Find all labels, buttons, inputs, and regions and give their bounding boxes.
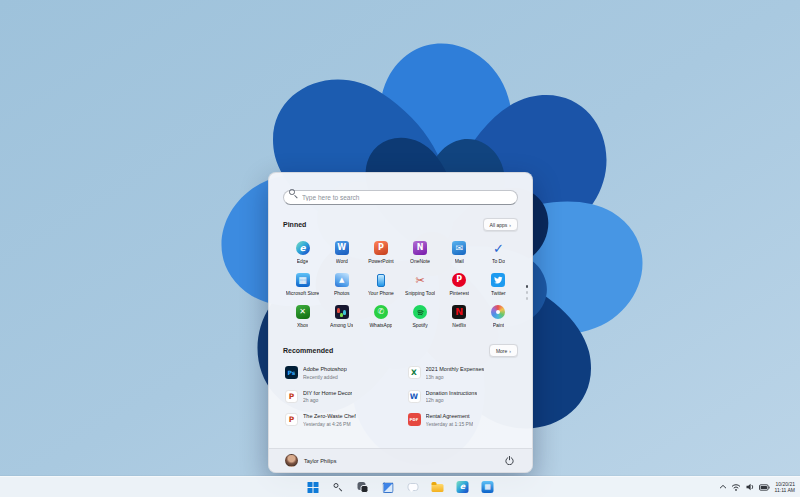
start-menu-footer: Taylor Philips	[269, 448, 532, 472]
pinned-app-to-do[interactable]: ✓To Do	[479, 238, 518, 265]
file-explorer-icon	[432, 482, 444, 493]
pinned-app-label: OneNote	[410, 258, 430, 264]
taskbar: e▦ 10/20/21 11:11 AM	[0, 476, 800, 497]
pinned-app-twitter[interactable]: Twitter	[479, 270, 518, 297]
pinned-app-label: Your Phone	[368, 290, 394, 296]
page-dot[interactable]	[526, 291, 529, 294]
pinned-app-whatsapp[interactable]: ✆WhatsApp	[361, 302, 400, 329]
pinned-app-mail[interactable]: ✉Mail	[440, 238, 479, 265]
power-icon	[505, 456, 514, 465]
volume-icon[interactable]	[746, 483, 755, 491]
pinned-app-edge[interactable]: eEdge	[283, 238, 322, 265]
taskbar-edge-button[interactable]: e	[455, 479, 471, 495]
pinned-app-label: Among Us	[330, 322, 353, 328]
clock-time: 11:11 AM	[775, 487, 795, 494]
word-icon: W	[335, 241, 349, 255]
task-view-icon	[357, 482, 368, 493]
start-icon	[307, 482, 318, 493]
pinned-app-microsoft-store[interactable]: ▦Microsoft Store	[283, 270, 322, 297]
spotify-icon	[413, 305, 427, 319]
pinned-app-onenote[interactable]: NOneNote	[401, 238, 440, 265]
edge-icon: e	[296, 241, 310, 255]
search-input[interactable]	[283, 190, 518, 205]
recommended-item-title: DIY for Home Decor	[303, 390, 352, 396]
user-name: Taylor Philips	[304, 458, 336, 464]
pinned-app-paint[interactable]: Paint	[479, 302, 518, 329]
pinned-app-photos[interactable]: ▲Photos	[322, 270, 361, 297]
recommended-item-subtitle: 13h ago	[426, 374, 485, 380]
recommended-item-text: The Zero-Waste ChefYesterday at 4:26 PM	[303, 413, 356, 427]
recommended-item-rental-agreement[interactable]: PDFRental AgreementYesterday at 1:15 PM	[406, 411, 519, 429]
recommended-item-text: Donation Instructions12h ago	[426, 390, 478, 404]
pinned-heading: Pinned	[283, 221, 306, 228]
whatsapp-icon: ✆	[374, 305, 388, 319]
photoshop-icon: Ps	[285, 366, 298, 379]
all-apps-button[interactable]: All apps ›	[483, 218, 518, 231]
user-profile-button[interactable]: Taylor Philips	[285, 454, 336, 467]
battery-icon[interactable]	[759, 484, 770, 491]
store-icon: ▦	[296, 273, 310, 287]
pinned-app-label: Paint	[493, 322, 504, 328]
amongus-icon	[335, 305, 349, 319]
pinned-app-snipping-tool[interactable]: ✂Snipping Tool	[401, 270, 440, 297]
photos-icon: ▲	[335, 273, 349, 287]
more-button[interactable]: More ›	[489, 344, 518, 357]
xbox-icon: ✕	[296, 305, 310, 319]
taskbar-clock[interactable]: 10/20/21 11:11 AM	[775, 481, 795, 494]
recommended-item-2021-monthly-expenses[interactable]: X2021 Monthly Expenses13h ago	[406, 364, 519, 382]
recommended-item-subtitle: Yesterday at 1:15 PM	[426, 421, 474, 427]
edge-icon: e	[457, 481, 469, 493]
taskbar-store-button[interactable]: ▦	[480, 479, 496, 495]
pinned-app-label: PowerPoint	[368, 258, 394, 264]
twitter-icon	[491, 273, 505, 287]
pinned-app-powerpoint[interactable]: PPowerPoint	[361, 238, 400, 265]
taskbar-file-explorer-button[interactable]	[430, 479, 446, 495]
taskbar-search-button[interactable]	[330, 479, 346, 495]
recommended-item-donation-instructions[interactable]: WDonation Instructions12h ago	[406, 388, 519, 406]
recommended-item-text: DIY for Home Decor2h ago	[303, 390, 352, 404]
pinned-app-word[interactable]: WWord	[322, 238, 361, 265]
tray-chevron-icon[interactable]	[719, 484, 727, 490]
pinned-app-xbox[interactable]: ✕Xbox	[283, 302, 322, 329]
pinned-app-label: Word	[336, 258, 348, 264]
onenote-icon: N	[413, 241, 427, 255]
taskbar-widgets-button[interactable]	[380, 479, 396, 495]
recommended-item-diy-for-home-decor[interactable]: PDIY for Home Decor2h ago	[283, 388, 396, 406]
pinned-app-pinterest[interactable]: PPinterest	[440, 270, 479, 297]
pinned-apps-grid: eEdgeWWordPPowerPointNOneNote✉Mail✓To Do…	[283, 238, 518, 329]
pinned-app-spotify[interactable]: Spotify	[401, 302, 440, 329]
pinned-pagination[interactable]	[526, 285, 529, 300]
pinned-app-label: Microsoft Store	[286, 290, 320, 296]
taskbar-start-button[interactable]	[305, 479, 321, 495]
recommended-item-adobe-photoshop[interactable]: PsAdobe PhotoshopRecently added	[283, 364, 396, 382]
pinned-app-label: WhatsApp	[369, 322, 392, 328]
recommended-item-the-zero-waste-chef[interactable]: PThe Zero-Waste ChefYesterday at 4:26 PM	[283, 411, 396, 429]
pinned-app-label: Snipping Tool	[405, 290, 435, 296]
page-dot[interactable]	[526, 297, 529, 300]
recommended-item-subtitle: Yesterday at 4:26 PM	[303, 421, 356, 427]
taskbar-task-view-button[interactable]	[355, 479, 371, 495]
power-button[interactable]	[502, 454, 516, 468]
recommended-item-text: 2021 Monthly Expenses13h ago	[426, 366, 485, 380]
pinned-app-label: Xbox	[297, 322, 308, 328]
taskbar-chat-button[interactable]	[405, 479, 421, 495]
pinned-app-label: Netflix	[452, 322, 466, 328]
recommended-item-subtitle: 2h ago	[303, 397, 352, 403]
store-icon: ▦	[482, 481, 494, 493]
page-dot-active[interactable]	[526, 285, 529, 288]
pinned-app-among-us[interactable]: Among Us	[322, 302, 361, 329]
recommended-item-text: Adobe PhotoshopRecently added	[303, 366, 347, 380]
wifi-icon[interactable]	[731, 483, 741, 491]
powerpoint-icon: P	[374, 241, 388, 255]
pinned-app-label: Mail	[455, 258, 464, 264]
recommended-item-title: Adobe Photoshop	[303, 366, 347, 372]
ppt-icon: P	[285, 413, 298, 426]
pinterest-icon: P	[452, 273, 466, 287]
chevron-right-icon: ›	[509, 348, 511, 354]
recommended-item-title: Rental Agreement	[426, 413, 474, 419]
recommended-item-title: The Zero-Waste Chef	[303, 413, 356, 419]
pinned-app-your-phone[interactable]: Your Phone	[361, 270, 400, 297]
pinned-app-netflix[interactable]: NNetflix	[440, 302, 479, 329]
ppt-icon: P	[285, 390, 298, 403]
more-label: More	[496, 348, 507, 354]
